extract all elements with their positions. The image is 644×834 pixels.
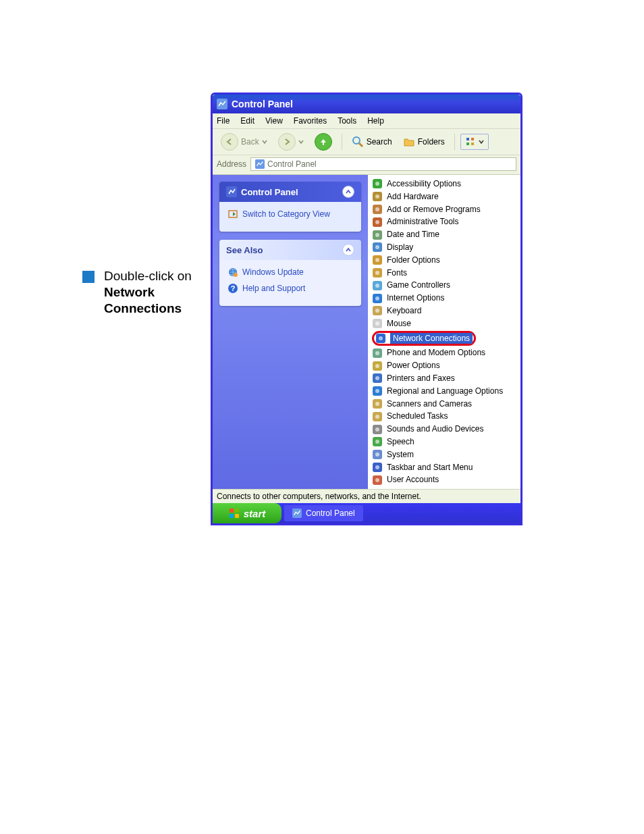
cp-item-keyboard[interactable]: Keyboard <box>369 305 519 317</box>
svg-point-35 <box>375 309 379 313</box>
item-icon <box>372 361 383 371</box>
cp-item-network-connections[interactable]: Network Connections <box>369 330 519 347</box>
views-button[interactable] <box>460 134 489 150</box>
taskbar: start Control Panel <box>213 503 520 523</box>
cp-item-display[interactable]: Display <box>369 241 519 254</box>
cp-item-phone-and-modem-options[interactable]: Phone and Modem Options <box>369 346 519 359</box>
cp-item-label: User Accounts <box>387 474 439 486</box>
cp-item-add-or-remove-programs[interactable]: Add or Remove Programs <box>369 203 519 216</box>
item-icon <box>372 255 383 265</box>
cp-item-internet-options[interactable]: Internet Options <box>369 292 519 305</box>
control-panel-icon <box>292 509 302 518</box>
menu-tools[interactable]: Tools <box>338 116 356 126</box>
address-field[interactable]: Control Panel <box>250 157 516 171</box>
cp-item-system[interactable]: System <box>369 448 519 461</box>
svg-point-31 <box>375 284 379 288</box>
cp-item-taskbar-and-start-menu[interactable]: Taskbar and Start Menu <box>369 461 519 474</box>
cp-item-game-controllers[interactable]: Game Controllers <box>369 279 519 292</box>
switch-view-icon <box>227 209 238 219</box>
item-icon <box>372 424 383 435</box>
tasks-pane: Control Panel Switch to Category View <box>213 175 368 489</box>
tasks-panel-main-header[interactable]: Control Panel <box>219 182 361 202</box>
views-icon <box>465 136 476 147</box>
cp-item-user-accounts[interactable]: User Accounts <box>369 473 519 486</box>
svg-point-15 <box>375 182 379 186</box>
instruction-line1: Double-click on <box>104 269 192 283</box>
help-support-link[interactable]: ? Help and Support <box>227 283 353 294</box>
svg-point-25 <box>375 245 379 249</box>
collapse-button[interactable] <box>342 244 354 256</box>
tasks-panel-main-body: Switch to Category View <box>219 202 361 232</box>
cp-item-regional-and-language-options[interactable]: Regional and Language Options <box>369 385 519 398</box>
svg-point-53 <box>375 427 379 432</box>
svg-point-1 <box>353 137 360 144</box>
titlebar[interactable]: Control Panel <box>213 95 520 113</box>
svg-point-61 <box>375 478 379 482</box>
cp-item-label: Administrative Tools <box>387 216 459 228</box>
item-icon <box>372 280 383 291</box>
cp-item-add-hardware[interactable]: Add Hardware <box>369 190 519 203</box>
cp-item-printers-and-faxes[interactable]: Printers and Faxes <box>369 372 519 385</box>
control-panel-list: Accessibility OptionsAdd HardwareAdd or … <box>368 175 520 489</box>
svg-point-43 <box>375 364 379 368</box>
menu-help[interactable]: Help <box>367 116 384 126</box>
folders-button[interactable]: Folders <box>399 134 449 149</box>
menu-edit[interactable]: Edit <box>240 116 254 126</box>
cp-item-label: Fonts <box>387 267 407 279</box>
search-button[interactable]: Search <box>348 134 396 149</box>
instruction-line2: Network Connections <box>104 285 182 315</box>
cp-item-scheduled-tasks[interactable]: Scheduled Tasks <box>369 410 519 423</box>
window-title: Control Panel <box>232 99 293 109</box>
see-also-header[interactable]: See Also <box>219 240 361 260</box>
up-button[interactable] <box>311 132 336 152</box>
svg-point-37 <box>375 321 379 325</box>
cp-item-accessibility-options[interactable]: Accessibility Options <box>369 178 519 190</box>
cp-item-administrative-tools[interactable]: Administrative Tools <box>369 215 519 228</box>
chevron-up-icon <box>346 189 351 194</box>
cp-item-scanners-and-cameras[interactable]: Scanners and Cameras <box>369 398 519 411</box>
cp-item-label: Mouse <box>387 318 411 330</box>
item-icon <box>372 305 383 316</box>
svg-point-23 <box>375 233 379 237</box>
svg-point-39 <box>379 336 383 340</box>
cp-item-label: Display <box>387 242 413 253</box>
svg-point-55 <box>375 440 379 444</box>
cp-item-label: Folder Options <box>387 255 440 266</box>
start-button[interactable]: start <box>213 503 281 523</box>
back-arrow-icon <box>221 133 238 151</box>
cp-item-sounds-and-audio-devices[interactable]: Sounds and Audio Devices <box>369 423 519 436</box>
taskbar-task-item[interactable]: Control Panel <box>284 505 363 521</box>
svg-point-45 <box>375 376 379 380</box>
chevron-down-icon <box>298 139 304 145</box>
collapse-button[interactable] <box>342 186 354 198</box>
cp-item-label: Regional and Language Options <box>387 386 503 397</box>
item-icon <box>372 318 383 329</box>
back-button[interactable]: Back <box>217 132 271 152</box>
address-bar: Address Control Panel <box>213 155 520 175</box>
switch-view-link[interactable]: Switch to Category View <box>227 209 353 219</box>
cp-item-mouse[interactable]: Mouse <box>369 317 519 330</box>
see-also-body: Windows Update ? Help and Support <box>219 260 361 306</box>
cp-item-date-and-time[interactable]: Date and Time <box>369 228 519 241</box>
see-also-panel: See Also Windows Update ? Help and Suppo… <box>219 240 361 306</box>
cp-item-folder-options[interactable]: Folder Options <box>369 254 519 267</box>
item-icon <box>372 217 383 228</box>
item-icon <box>372 242 383 253</box>
svg-point-49 <box>375 402 379 406</box>
svg-point-19 <box>375 207 379 211</box>
item-icon <box>372 348 383 359</box>
svg-point-21 <box>375 220 379 224</box>
menu-file[interactable]: File <box>217 116 230 126</box>
cp-item-speech[interactable]: Speech <box>369 436 519 448</box>
windows-update-link[interactable]: Windows Update <box>227 267 353 278</box>
svg-point-29 <box>375 271 379 275</box>
menubar: File Edit View Favorites Tools Help <box>213 113 520 129</box>
svg-point-41 <box>375 351 379 355</box>
svg-rect-63 <box>235 509 239 513</box>
menu-favorites[interactable]: Favorites <box>294 116 327 126</box>
menu-view[interactable]: View <box>265 116 283 126</box>
cp-item-fonts[interactable]: Fonts <box>369 267 519 280</box>
forward-button[interactable] <box>274 132 308 152</box>
cp-item-power-options[interactable]: Power Options <box>369 359 519 372</box>
cp-item-label: Network Connections <box>390 333 473 344</box>
